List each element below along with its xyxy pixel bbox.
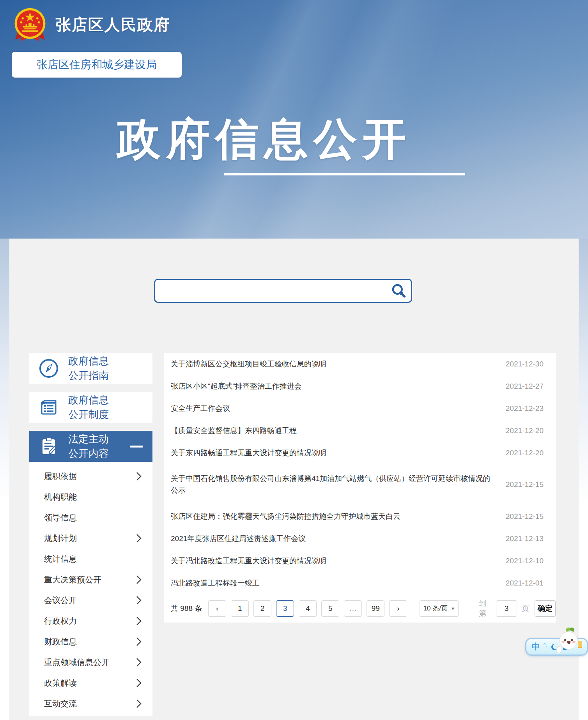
collapse-minus-icon[interactable] [130,446,143,448]
sidebar-item-system[interactable]: 政府信息公开制度 [29,392,152,423]
article-title[interactable]: 2021年度张店区住建局述责述廉工作会议 [171,533,315,545]
article-title[interactable]: 张店区住建局：强化雾霾天气扬尘污染防控措施全力守护城市蓝天白云 [171,511,410,522]
sidebar-menu-item[interactable]: 履职依据 [29,466,152,486]
article-title[interactable]: 关于淄博新区公交枢纽项目竣工验收信息的说明 [171,358,336,370]
article-title[interactable]: 冯北路改造工程标段一竣工 [171,577,269,589]
article-title[interactable]: 关于冯北路改造工程无重大设计变更的情况说明 [171,555,336,567]
sidebar-item-label: 政府信息公开制度 [68,393,109,422]
article-title[interactable]: 安全生产工作会议 [171,403,239,414]
sidebar-menu-item[interactable]: 重大决策预公开 [29,569,152,590]
next-page-button[interactable]: › [389,600,407,617]
article-title[interactable]: 【质量安全监督信息】东四路畅通工程 [171,425,306,437]
page-button-5[interactable]: 5 [321,600,339,617]
site-name: 张店区人民政府 [55,14,170,35]
article-title[interactable]: 关于中国石化销售股份有限公司山东淄博第41加油加气站燃气（供应站）经营许可延续审… [171,473,506,496]
article-row[interactable]: 张店区小区“起底式”排查整治工作推进会2021-12-27 [164,375,556,397]
caret-down-icon: ▼ [451,606,455,611]
page-ellipsis: … [344,600,362,617]
sidebar-menu-item[interactable]: 财政信息 [29,631,152,652]
sidebar-menu-item-label: 重点领域信息公开 [44,657,110,668]
article-list-panel: 关于淄博新区公交枢纽项目竣工验收信息的说明2021-12-30张店区小区“起底式… [164,353,556,623]
article-row[interactable]: 关于淄博新区公交枢纽项目竣工验收信息的说明2021-12-30 [164,353,556,375]
article-list: 关于淄博新区公交枢纽项目竣工验收信息的说明2021-12-30张店区小区“起底式… [164,353,556,594]
ime-mascot-widget[interactable]: 中 º, [525,627,588,662]
chevron-right-icon [136,637,142,646]
page-button-3[interactable]: 3 [276,600,294,617]
sidebar-menu-item[interactable]: 政策解读 [29,672,152,693]
chevron-right-icon [136,699,142,708]
page-button-1[interactable]: 1 [231,600,249,617]
sidebar-menu-item[interactable]: 会议公开 [29,590,152,610]
article-date: 2021-12-01 [506,579,544,587]
sidebar-menu-item[interactable]: 重点领域信息公开 [29,652,152,672]
article-row[interactable]: 关于东四路畅通工程无重大设计变更的情况说明2021-12-20 [164,442,556,464]
search-button[interactable] [386,280,411,302]
national-emblem-logo [12,6,48,43]
goto-confirm-button[interactable]: 确定 [535,600,556,617]
goto-prefix-label: 到第 [479,598,491,619]
compass-icon [39,358,59,379]
article-date: 2021-12-20 [506,426,544,435]
article-title[interactable]: 张店区小区“起底式”排查整治工作推进会 [171,380,311,392]
sidebar-item-legal-disclosure[interactable]: 法定主动公开内容 [29,431,152,462]
article-row[interactable]: 安全生产工作会议2021-12-23 [164,397,556,419]
sidebar-menu-item[interactable]: 行政权力 [29,610,152,631]
chevron-right-icon [136,678,142,688]
search-input[interactable] [155,280,386,302]
page-size-select[interactable]: 10 条/页 ▼ [420,600,459,617]
article-date: 2021-12-30 [506,360,544,368]
page-size-label: 10 条/页 [423,604,448,613]
brand-row: 张店区人民政府 [12,6,170,43]
department-banner[interactable]: 张店区住房和城乡建设局 [12,52,182,78]
sidebar-menu-item-label: 重大决策预公开 [44,574,101,585]
pagination-bar: 共 988 条 ‹ 12345…99 › 10 条/页 ▼ 到第 页 确定 [164,594,556,623]
sidebar-menu-item-label: 行政权力 [44,616,77,626]
article-title[interactable]: 关于东四路畅通工程无重大设计变更的情况说明 [171,447,336,459]
sidebar-menu-item-label: 互动交流 [44,698,77,709]
page-button-2[interactable]: 2 [253,600,271,617]
sidebar-menu-item-label: 机构职能 [44,492,77,502]
article-date: 2021-12-10 [506,557,544,565]
chevron-right-icon [136,616,142,626]
chinese-mode-icon[interactable]: 中 [532,641,540,652]
sidebar-menu-item-label: 会议公开 [44,595,77,606]
sidebar-menu: 履职依据机构职能领导信息规划计划统计信息重大决策预公开会议公开行政权力财政信息重… [29,462,152,716]
goto-page-group: 到第 页 确定 [479,598,556,619]
mascot-held-item [578,641,582,648]
top-banner: 张店区人民政府 张店区住房和城乡建设局 政府信息公开 [0,0,588,239]
chevron-right-icon [136,658,142,667]
article-row[interactable]: 张店区住建局：强化雾霾天气扬尘污染防控措施全力守护城市蓝天白云2021-12-1… [164,505,556,527]
page-button-99[interactable]: 99 [367,600,384,617]
article-date: 2021-12-20 [506,449,544,457]
goto-suffix-label: 页 [522,603,529,614]
punctuation-icon[interactable]: º, [544,642,547,648]
mascot-face [560,632,577,649]
page-number-buttons: 12345…99 [231,600,389,617]
article-row[interactable]: 2021年度张店区住建局述责述廉工作会议2021-12-13 [164,527,556,550]
search-icon [391,283,406,299]
article-date: 2021-12-15 [506,480,544,489]
chevron-right-icon [136,472,142,481]
sidebar-menu-item[interactable]: 互动交流 [29,693,152,714]
article-row[interactable]: 关于冯北路改造工程无重大设计变更的情况说明2021-12-10 [164,550,556,572]
article-date: 2021-12-15 [506,512,544,521]
article-row[interactable]: 关于中国石化销售股份有限公司山东淄博第41加油加气站燃气（供应站）经营许可延续审… [164,464,556,505]
department-name: 张店区住房和城乡建设局 [37,57,157,72]
article-date: 2021-12-27 [506,382,544,391]
chevron-right-icon [136,534,142,543]
article-row[interactable]: 【质量安全监督信息】东四路畅通工程2021-12-20 [164,419,556,442]
page-button-4[interactable]: 4 [299,600,317,617]
search-box [154,279,412,303]
sidebar-menu-item[interactable]: 规划计划 [29,528,152,548]
content-background: 政府信息公开指南 政府信息 [0,239,588,720]
sidebar-menu-item-label: 财政信息 [44,636,77,647]
sidebar-menu-item[interactable]: 领导信息 [29,507,152,528]
sidebar-menu-item[interactable]: 机构职能 [29,486,152,507]
chevron-right-icon [136,596,142,605]
sidebar-menu-item-label: 政策解读 [44,678,77,688]
article-row[interactable]: 冯北路改造工程标段一竣工2021-12-01 [164,572,556,594]
prev-page-button[interactable]: ‹ [208,600,226,617]
goto-page-input[interactable] [496,600,517,617]
sidebar-item-guide[interactable]: 政府信息公开指南 [29,353,152,384]
sidebar-menu-item[interactable]: 统计信息 [29,548,152,569]
